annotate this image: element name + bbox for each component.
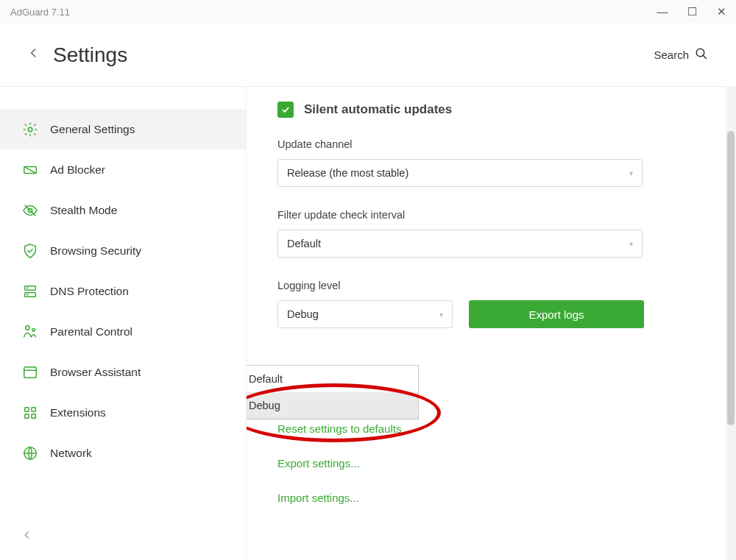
grid-icon <box>22 405 38 421</box>
window-title: AdGuard 7.11 <box>10 7 70 18</box>
minimize-button[interactable]: — <box>648 0 677 24</box>
sidebar-item-stealth-mode[interactable]: Stealth Mode <box>0 190 246 230</box>
gear-icon <box>22 121 38 138</box>
sidebar-item-parental-control[interactable]: Parental Control <box>0 311 246 352</box>
back-button[interactable] <box>28 45 40 65</box>
sidebar-item-label: Ad Blocker <box>50 163 105 177</box>
sidebar-item-extensions[interactable]: Extensions <box>0 392 246 433</box>
chevron-down-icon: ▾ <box>439 311 443 319</box>
scrollbar-track[interactable] <box>726 87 736 560</box>
stealth-icon <box>22 202 38 219</box>
svg-point-8 <box>26 325 30 330</box>
export-logs-label: Export logs <box>528 308 584 321</box>
scrollbar-thumb[interactable] <box>727 131 735 425</box>
sidebar-item-network[interactable]: Network <box>0 433 246 473</box>
update-channel-label: Update channel <box>277 138 692 150</box>
svg-rect-5 <box>25 292 36 297</box>
browser-icon <box>22 364 38 380</box>
maximize-button[interactable]: ☐ <box>677 0 707 24</box>
parental-icon <box>22 324 38 340</box>
sidebar-item-label: Extensions <box>50 406 106 419</box>
logging-level-dropdown: Default Debug <box>247 365 419 419</box>
svg-rect-10 <box>24 366 37 378</box>
titlebar: AdGuard 7.11 — ☐ ✕ <box>0 0 736 24</box>
update-channel-select[interactable]: Release (the most stable) ▾ <box>277 159 643 187</box>
search-button[interactable]: Search <box>654 47 708 63</box>
svg-rect-12 <box>32 407 36 411</box>
shield-icon <box>22 243 38 259</box>
svg-rect-14 <box>32 414 36 418</box>
globe-icon <box>22 445 38 461</box>
sidebar-item-label: Browsing Security <box>50 244 141 258</box>
filter-interval-value: Default <box>287 238 321 249</box>
sidebar-item-label: Stealth Mode <box>50 204 117 217</box>
svg-point-1 <box>28 127 32 132</box>
import-settings-link[interactable]: Import settings... <box>277 492 692 504</box>
sidebar: General Settings Ad Blocker Stealth Mode… <box>0 87 247 560</box>
ad-blocker-icon <box>22 162 38 178</box>
search-label: Search <box>654 49 689 61</box>
sidebar-item-label: Browser Assistant <box>50 366 141 379</box>
filter-interval-select[interactable]: Default ▾ <box>277 230 643 258</box>
chevron-down-icon: ▾ <box>629 240 633 248</box>
update-channel-value: Release (the most stable) <box>287 167 408 179</box>
server-icon <box>22 283 38 300</box>
svg-point-0 <box>696 49 704 57</box>
logging-option-default[interactable]: Default <box>247 366 418 392</box>
svg-point-9 <box>32 328 35 331</box>
logging-option-debug[interactable]: Debug <box>247 392 418 419</box>
content-pane: Silent automatic updates Update channel … <box>247 87 736 560</box>
sidebar-item-label: Parental Control <box>50 325 132 339</box>
sidebar-item-label: General Settings <box>50 123 135 136</box>
sidebar-item-general-settings[interactable]: General Settings <box>0 109 246 149</box>
logging-level-value: Debug <box>287 308 319 320</box>
page-header: Settings Search <box>0 24 736 87</box>
close-button[interactable]: ✕ <box>707 0 736 24</box>
svg-rect-11 <box>25 407 29 411</box>
logging-level-select[interactable]: Debug ▾ <box>277 300 453 328</box>
search-icon <box>695 47 708 63</box>
reset-settings-link[interactable]: Reset settings to defaults <box>277 422 692 435</box>
sidebar-item-browser-assistant[interactable]: Browser Assistant <box>0 352 246 392</box>
logging-level-label: Logging level <box>277 280 692 291</box>
sidebar-item-label: Network <box>50 447 92 460</box>
page-title: Settings <box>53 43 127 67</box>
chevron-down-icon: ▾ <box>629 169 633 177</box>
export-logs-button[interactable]: Export logs <box>469 300 644 328</box>
silent-updates-label: Silent automatic updates <box>304 102 452 117</box>
sidebar-item-browsing-security[interactable]: Browsing Security <box>0 230 246 271</box>
collapse-sidebar-button[interactable] <box>22 528 32 545</box>
export-settings-link[interactable]: Export settings... <box>277 457 692 469</box>
sidebar-item-dns-protection[interactable]: DNS Protection <box>0 271 246 311</box>
sidebar-item-ad-blocker[interactable]: Ad Blocker <box>0 149 246 190</box>
sidebar-item-label: DNS Protection <box>50 285 129 298</box>
filter-interval-label: Filter update check interval <box>277 209 692 221</box>
svg-point-7 <box>27 294 28 295</box>
svg-point-6 <box>27 287 28 288</box>
svg-rect-13 <box>25 414 29 418</box>
svg-rect-4 <box>25 286 36 290</box>
silent-updates-checkbox[interactable] <box>277 102 294 118</box>
